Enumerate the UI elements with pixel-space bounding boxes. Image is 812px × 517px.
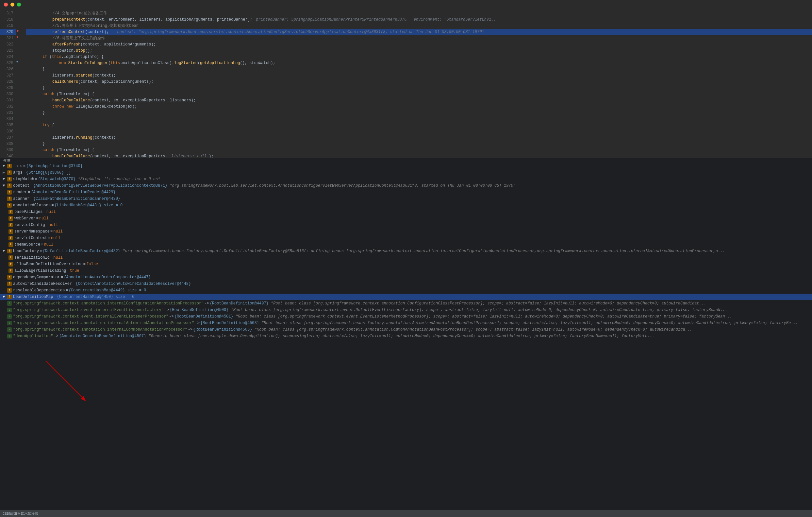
var-servletcontext[interactable]: f servletContext = null xyxy=(0,235,812,241)
var-bean-internalCommonAnnotationProcessor[interactable]: ▶ s "org.springframework.context.annotat… xyxy=(0,326,812,333)
var-this[interactable]: ▼ f this = {SpringApplication@3740} xyxy=(0,163,812,169)
var-bean-internalconfiguration[interactable]: ▶ s "org.springframework.context.annotat… xyxy=(0,300,812,307)
var-bean-demoApplication[interactable]: ▶ s "demoApplication" -> {AnnotatedGener… xyxy=(0,333,812,339)
icon-serializationid: f xyxy=(8,255,13,260)
code-line-317: //4.交给spring前的准备工作 xyxy=(26,10,812,17)
expand-stopwatch[interactable]: ▼ xyxy=(3,176,7,183)
line-317: 317 xyxy=(0,10,16,17)
expand-this[interactable]: ▼ xyxy=(3,163,7,169)
traffic-light-red[interactable] xyxy=(4,3,8,6)
expand-scanner[interactable]: ▶ xyxy=(3,195,7,202)
icon-bean-common: s xyxy=(7,327,12,332)
code-line-334 xyxy=(26,116,812,122)
bottom-bar-text: CSDN@如鱼饮水知冷暖 xyxy=(3,511,38,516)
gutter: ● ◆ ◆ xyxy=(16,9,23,158)
var-scanner[interactable]: ▶ f scanner = {ClassPathBeanDefinitionSc… xyxy=(0,195,812,202)
expand-bean-internalCommonAnnotationProcessor[interactable]: ▶ xyxy=(3,326,7,333)
line-329: 329 xyxy=(0,85,16,91)
expand-bean-internalAutowiredAnnotationProcessor[interactable]: ▶ xyxy=(3,320,7,326)
code-content[interactable]: //4.交给spring前的准备工作 prepareContext(contex… xyxy=(23,9,812,158)
expand-autowirecandiateresolver[interactable]: ▶ xyxy=(3,280,7,287)
var-bean-internalAutowiredAnnotationProcessor[interactable]: ▶ s "org.springframework.context.annotat… xyxy=(0,320,812,326)
icon-context: f xyxy=(7,184,12,188)
var-servletconfig[interactable]: f servletConfig = null xyxy=(0,222,812,228)
expand-dependencycomparator[interactable]: ▶ xyxy=(3,274,7,280)
icon-this: f xyxy=(7,164,12,168)
var-bean-internalEventListenerFactory[interactable]: ▶ s "org.springframework.context.event.i… xyxy=(0,307,812,313)
line-327: 327 xyxy=(0,73,16,79)
line-322: 322 xyxy=(0,42,16,48)
expand-resolvabledependencies[interactable]: ▶ xyxy=(3,287,7,294)
line-331: 331 xyxy=(0,98,16,104)
var-reader[interactable]: ▶ f reader = {AnnotatedBeanDefinitionRea… xyxy=(0,189,812,195)
line-321: 321 xyxy=(0,35,16,42)
code-line-330: catch (Throwable ex) { xyxy=(26,91,812,98)
expand-bean-internalconfiguration[interactable]: ▶ xyxy=(3,300,7,307)
bookmark-324: ◆ xyxy=(16,59,23,65)
expand-bean-internalEventListenerFactory[interactable]: ▶ xyxy=(3,307,7,313)
var-autowirecandiateresolver[interactable]: ▶ f autowireCandidateResolver = {Context… xyxy=(0,280,812,287)
code-line-340: handleRunFailure(context, ex, exceptionR… xyxy=(26,153,812,158)
var-bean-internalEventListenerProcessor[interactable]: ▶ s "org.springframework.context.event.i… xyxy=(0,313,812,320)
bookmark-321: ◆ xyxy=(16,34,23,40)
var-args[interactable]: ▶ f args = {String[0]@3860} [] xyxy=(0,169,812,176)
expand-context[interactable]: ▼ xyxy=(3,183,7,189)
line-333: 333 xyxy=(0,110,16,116)
icon-servernamespace: f xyxy=(8,229,13,234)
icon-annotatedclasses: f xyxy=(7,203,12,208)
code-line-333: } xyxy=(26,110,812,116)
var-context[interactable]: ▼ f context = {AnnotationConfigServletWe… xyxy=(0,183,812,189)
titlebar xyxy=(0,0,812,9)
var-allowbeandefinitionoverriding[interactable]: f allowBeanDefinitionOverriding = false xyxy=(0,261,812,268)
var-stopwatch[interactable]: ▼ f stopWatch = {StopWatch@3870} "StopWa… xyxy=(0,176,812,183)
expand-reader[interactable]: ▶ xyxy=(3,189,7,195)
var-servernamespace[interactable]: f serverNamespace = null xyxy=(0,228,812,235)
breakpoint-320[interactable]: ● xyxy=(16,28,23,34)
var-basepackages[interactable]: f basePackages = null xyxy=(0,209,812,215)
expand-bean-demoApplication[interactable]: ▶ xyxy=(3,333,7,339)
icon-beanfactory: f xyxy=(7,249,12,253)
variables-area[interactable]: ▼ f this = {SpringApplication@3740} ▶ f … xyxy=(0,162,812,517)
line-332: 332 xyxy=(0,104,16,110)
line-340: 340 xyxy=(0,153,16,158)
expand-beanfactory[interactable]: ▼ xyxy=(3,248,7,254)
var-serializationid[interactable]: f serializationId = null xyxy=(0,254,812,261)
line-328: 328 xyxy=(0,79,16,85)
code-line-327: listeners.started(context); xyxy=(26,73,812,79)
icon-bean-autowired: s xyxy=(7,321,12,325)
expand-annotatedclasses[interactable]: ▶ xyxy=(3,202,7,209)
icon-basepackages: f xyxy=(8,210,13,214)
code-line-337: listeners.running(context); xyxy=(26,135,812,141)
var-webserver[interactable]: f webServer = null xyxy=(0,215,812,222)
var-themesource[interactable]: f themeSource = null xyxy=(0,241,812,248)
icon-bean-demo: s xyxy=(7,334,12,338)
editor-horizontal-scroll[interactable] xyxy=(0,158,812,159)
icon-stopwatch: f xyxy=(7,177,12,182)
icon-bean-internalconfiguration: s xyxy=(7,301,12,306)
icon-allowbeandefinitionoverriding: f xyxy=(8,262,13,267)
expand-args[interactable]: ▶ xyxy=(3,169,7,176)
traffic-light-green[interactable] xyxy=(17,3,21,6)
code-line-338: } xyxy=(26,141,812,147)
line-numbers: 317 318 319 320 321 322 323 324 325 326 … xyxy=(0,9,16,158)
line-325: 325 xyxy=(0,60,16,66)
line-336: 336 xyxy=(0,129,16,135)
var-alloweagerclassloading[interactable]: f allowEagerClassLoading = true xyxy=(0,268,812,274)
icon-resolvabledependencies: f xyxy=(7,288,12,293)
expand-beandefinitionmap[interactable]: ▼ xyxy=(3,294,7,300)
icon-beandefinitionmap: f xyxy=(7,295,12,299)
code-line-326: } xyxy=(26,66,812,73)
var-beandefinitionmap[interactable]: ▼ f beanDefinitionMap = {ConcurrentHashM… xyxy=(0,294,812,300)
app-container: 317 318 319 320 321 322 323 324 325 326 … xyxy=(0,0,812,517)
code-line-324: if (this.logStartupInfo) { xyxy=(26,54,812,60)
code-line-336 xyxy=(26,129,812,135)
line-339: 339 xyxy=(0,147,16,153)
line-330: 330 xyxy=(0,91,16,98)
var-beanfactory[interactable]: ▼ f beanFactory = {DefaultListableBeanFa… xyxy=(0,248,812,254)
var-annotatedclasses[interactable]: ▶ f annotatedClasses = {LinkedHashSet@44… xyxy=(0,202,812,209)
var-resolvabledependencies[interactable]: ▶ f resolvableDependencies = {Concurrent… xyxy=(0,287,812,294)
var-dependencycomparator[interactable]: ▶ f dependencyComparator = {AnnotationAw… xyxy=(0,274,812,280)
expand-bean-internalEventListenerProcessor[interactable]: ▶ xyxy=(3,313,7,320)
traffic-light-yellow[interactable] xyxy=(10,3,14,6)
editor-panel: 317 318 319 320 321 322 323 324 325 326 … xyxy=(0,9,812,159)
